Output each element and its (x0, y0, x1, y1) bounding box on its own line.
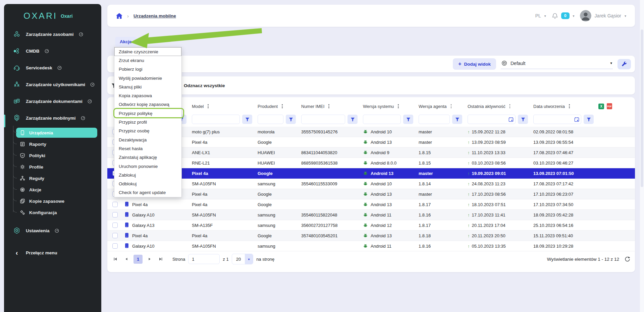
actions-button[interactable]: Akcje (115, 37, 137, 47)
filter-funnel-button[interactable] (403, 115, 413, 124)
brand-logo[interactable]: OXARI Oxari (4, 4, 101, 26)
table-row[interactable]: Galaxy A13 SM-A135F samsung 356002720127… (107, 220, 635, 231)
actions-menu-item[interactable]: Check for agent update (114, 188, 181, 197)
sidebar-subitem[interactable]: Urządzenia (16, 128, 97, 138)
table-row[interactable]: Pixel 4a Google Android 13 master ↑ 19.0… (107, 168, 635, 179)
sidebar-subitem[interactable]: Konfiguracja (16, 207, 97, 217)
actions-menu-item[interactable]: Kopia zapasowa (114, 91, 181, 100)
column-menu-icon[interactable] (568, 103, 571, 109)
actions-menu-item[interactable]: Zrzut ekranu (114, 56, 181, 65)
sidebar-item-settings[interactable]: Ustawienia (4, 222, 101, 239)
filter-input[interactable] (363, 115, 401, 124)
row-checkbox[interactable] (112, 243, 118, 249)
add-view-button[interactable]: + Dodaj widok (453, 58, 496, 70)
sidebar-item[interactable]: Servicedesk (4, 59, 101, 76)
column-menu-icon[interactable] (508, 103, 512, 109)
sidebar-item[interactable]: Zarządzanie mobilnymi (4, 110, 101, 126)
row-checkbox[interactable] (112, 233, 118, 238)
scrollbar[interactable] (640, 0, 644, 312)
sidebar-subitem[interactable]: Polityki (16, 150, 97, 161)
actions-menu-item[interactable]: Przypisz politykę (114, 109, 181, 118)
export-excel-icon[interactable]: X (598, 104, 604, 109)
first-page-button[interactable] (111, 255, 119, 263)
actions-menu-item[interactable]: Zainstaluj aplikację (114, 153, 181, 162)
table-row[interactable]: Galaxy A10 SM-A105FN samsung 35546011582… (107, 210, 635, 220)
row-checkbox[interactable] (112, 202, 118, 207)
calendar-icon[interactable] (508, 117, 514, 122)
actions-menu-item[interactable]: Odtwórz kopię zapasową (114, 100, 181, 109)
column-header-model[interactable]: Model (189, 103, 255, 109)
column-menu-icon[interactable] (327, 103, 330, 109)
current-page[interactable]: 1 (133, 255, 143, 264)
sidebar-item[interactable]: CMDB (4, 43, 101, 59)
chevron-down-icon[interactable]: ▾ (573, 14, 575, 18)
user-name[interactable]: Jarek Gąsior (595, 13, 621, 18)
view-selector[interactable]: Default ▾ (501, 59, 613, 69)
filter-funnel-button[interactable] (452, 115, 462, 124)
column-header-activity[interactable]: Ostatnia aktywność (465, 103, 531, 109)
filter-funnel-button[interactable] (347, 115, 358, 124)
column-header-imei[interactable]: Numer IMEI (299, 103, 360, 109)
table-row[interactable]: RNE-L21 HUAWEI 868598035361538 Android 8… (107, 158, 635, 168)
view-config-button[interactable] (618, 59, 631, 69)
bell-icon[interactable] (552, 13, 558, 19)
table-row[interactable]: Pixel 4a Pixel 4a Google Android 13 1.8.… (107, 199, 635, 210)
actions-menu-item[interactable]: Pobierz logi (114, 65, 181, 74)
filter-input[interactable] (533, 115, 581, 124)
scrollbar-thumb[interactable] (641, 29, 643, 187)
sidebar-subitem[interactable]: Reguły (16, 173, 97, 183)
table-row[interactable]: moto g(7) plus motorola 355575093145276 … (107, 127, 635, 137)
table-row[interactable]: ANE-LX1 HUAWEI 863411044053820 Android 9… (107, 147, 635, 158)
column-menu-icon[interactable] (207, 103, 210, 109)
chevron-down-icon[interactable]: ▾ (625, 14, 626, 18)
filter-input[interactable] (468, 115, 516, 124)
previous-page-button[interactable] (122, 255, 130, 263)
home-icon[interactable] (116, 13, 122, 19)
actions-menu-item[interactable]: Zdalne czyszczenie (114, 47, 181, 56)
filter-input[interactable] (192, 115, 240, 124)
column-menu-icon[interactable] (397, 103, 400, 109)
actions-menu-item[interactable]: Uruchom ponownie (114, 162, 181, 171)
column-header-producer[interactable]: Produdent (255, 103, 299, 109)
column-header-system[interactable]: Wersja systemu (360, 103, 416, 109)
refresh-button[interactable] (625, 256, 630, 262)
table-row[interactable]: SM-A105FN samsung 355460115533009 Androi… (107, 179, 635, 189)
avatar[interactable] (580, 10, 591, 21)
breadcrumb-link[interactable]: Urządzenia mobilne (133, 13, 176, 18)
sidebar-item[interactable]: Zarządzanie użytkownikami (4, 76, 101, 93)
actions-menu-item[interactable]: Reset hasła (114, 144, 181, 153)
filter-funnel-button[interactable] (286, 115, 296, 124)
actions-menu-item[interactable]: Odblokuj (114, 179, 181, 188)
chevron-down-icon[interactable]: ▾ (544, 14, 546, 18)
actions-menu-item[interactable]: Przypisz osobę (114, 127, 181, 135)
row-checkbox[interactable] (112, 212, 118, 217)
calendar-icon[interactable] (574, 117, 579, 122)
last-page-button[interactable] (157, 255, 165, 263)
row-checkbox[interactable] (112, 223, 118, 228)
table-row[interactable]: Pixel 4a Pixel 4a Google Android 13 mast… (107, 189, 635, 199)
actions-menu-item[interactable]: Przypisz profil (114, 118, 181, 126)
export-pdf-icon[interactable]: PDF (607, 103, 612, 109)
table-row[interactable]: Pixel 4a Pixel 4a Google 357480103545201… (107, 231, 635, 241)
sidebar-subitem[interactable]: Kopie zapasowe (16, 196, 97, 206)
table-row[interactable]: Galaxy A10 SM-A105FN samsung Android 11 … (107, 241, 635, 251)
filter-funnel-button[interactable] (518, 115, 528, 124)
page-input[interactable] (188, 254, 220, 264)
table-row[interactable]: Pixel 4a Google Android 13 master ↑ 13.0… (107, 137, 635, 147)
actions-menu-item[interactable]: Wyślij powiadomienie (114, 74, 181, 82)
actions-menu-item[interactable]: Dezaktywacja (114, 135, 181, 144)
filter-funnel-button[interactable] (584, 115, 594, 124)
toggle-menu-button[interactable]: ‹ Przełącz menu (4, 244, 101, 261)
filter-input[interactable] (419, 115, 450, 124)
deselect-all-button[interactable]: × Odznacz wszystkie (176, 82, 225, 89)
sidebar-subitem[interactable]: Akcje (16, 185, 97, 195)
next-page-button[interactable] (146, 255, 154, 263)
filter-funnel-button[interactable] (242, 115, 252, 124)
column-menu-icon[interactable] (450, 103, 453, 109)
page-size-select[interactable]: 20 ▾ (232, 254, 253, 264)
sidebar-subitem[interactable]: Profile (16, 162, 97, 172)
sidebar-item[interactable]: Zarządzanie dokumentami (4, 93, 101, 110)
sidebar-item[interactable]: Zarządzanie zasobami (4, 26, 101, 43)
column-menu-icon[interactable] (281, 103, 284, 109)
filter-input[interactable] (258, 115, 283, 124)
